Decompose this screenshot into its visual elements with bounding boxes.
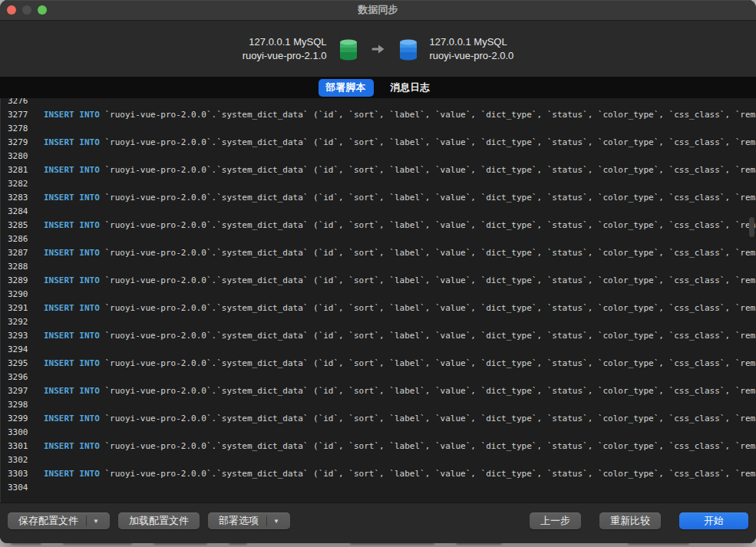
minimize-window-icon[interactable] bbox=[22, 5, 31, 15]
load-config-button[interactable]: 加载配置文件 bbox=[118, 512, 200, 529]
source-database: ruoyi-vue-pro-2.1.0 bbox=[243, 49, 327, 63]
sql-statement: INSERT INTO `ruoyi-vue-pro-2.0.0`.`syste… bbox=[31, 275, 756, 285]
sql-statement: INSERT INTO `ruoyi-vue-pro-2.0.0`.`syste… bbox=[31, 414, 756, 423]
line-number: 3286 bbox=[1, 232, 31, 246]
code-line: 3286 bbox=[1, 232, 756, 246]
code-line: 3293INSERT INTO `ruoyi-vue-pro-2.0.0`.`s… bbox=[1, 329, 756, 343]
line-number: 3298 bbox=[1, 398, 31, 412]
vertical-scrollbar[interactable] bbox=[749, 217, 754, 237]
source-connection: 127.0.0.1 MySQL ruoyi-vue-pro-2.1.0 bbox=[243, 35, 327, 63]
tab-bar: 部署脚本 消息日志 bbox=[0, 77, 756, 98]
previous-step-label: 上一步 bbox=[540, 514, 570, 528]
tab-message-log[interactable]: 消息日志 bbox=[383, 79, 438, 97]
deploy-options-button[interactable]: 部署选项 ▼ bbox=[208, 512, 290, 529]
sql-statement: INSERT INTO `ruoyi-vue-pro-2.0.0`.`syste… bbox=[31, 358, 756, 368]
code-line: 3285INSERT INTO `ruoyi-vue-pro-2.0.0`.`s… bbox=[1, 219, 756, 232]
source-host: 127.0.0.1 MySQL bbox=[243, 35, 327, 49]
code-line: 3280 bbox=[1, 150, 756, 163]
line-number: 3285 bbox=[1, 219, 31, 232]
data-sync-window: 数据同步 127.0.0.1 MySQL ruoyi-vue-pro-2.1.0 bbox=[0, 0, 756, 543]
code-line: 3297INSERT INTO `ruoyi-vue-pro-2.0.0`.`s… bbox=[1, 384, 756, 398]
code-line: 3283INSERT INTO `ruoyi-vue-pro-2.0.0`.`s… bbox=[1, 191, 756, 205]
line-number: 3289 bbox=[1, 274, 31, 288]
code-line: 3294 bbox=[1, 343, 756, 357]
database-blue-icon bbox=[397, 37, 420, 61]
tab-deploy-script[interactable]: 部署脚本 bbox=[319, 79, 374, 97]
code-line: 3279INSERT INTO `ruoyi-vue-pro-2.0.0`.`s… bbox=[1, 136, 756, 150]
sql-statement: INSERT INTO `ruoyi-vue-pro-2.0.0`.`syste… bbox=[31, 386, 756, 396]
sql-statement: INSERT INTO `ruoyi-vue-pro-2.0.0`.`syste… bbox=[31, 220, 756, 230]
sql-statement: INSERT INTO `ruoyi-vue-pro-2.0.0`.`syste… bbox=[31, 248, 756, 258]
line-number: 3299 bbox=[1, 412, 31, 426]
line-number: 3290 bbox=[1, 288, 31, 302]
code-lines: 32763277INSERT INTO `ruoyi-vue-pro-2.0.0… bbox=[1, 98, 756, 495]
sql-statement: INSERT INTO `ruoyi-vue-pro-2.0.0`.`syste… bbox=[31, 165, 756, 175]
line-number: 3294 bbox=[1, 343, 31, 357]
line-number: 3300 bbox=[1, 426, 31, 440]
sql-statement: INSERT INTO `ruoyi-vue-pro-2.0.0`.`syste… bbox=[31, 193, 756, 203]
line-number: 3278 bbox=[1, 122, 31, 136]
code-line: 3291INSERT INTO `ruoyi-vue-pro-2.0.0`.`s… bbox=[1, 302, 756, 315]
target-database: ruoyi-vue-pro-2.0.0 bbox=[430, 49, 514, 63]
code-line: 3284 bbox=[1, 205, 756, 219]
action-button-group: 上一步 重新比较 开始 bbox=[530, 512, 748, 529]
line-number: 3292 bbox=[1, 315, 31, 329]
sql-statement: INSERT INTO `ruoyi-vue-pro-2.0.0`.`syste… bbox=[31, 110, 756, 120]
sql-statement: INSERT INTO `ruoyi-vue-pro-2.0.0`.`syste… bbox=[31, 303, 756, 313]
line-number: 3279 bbox=[1, 136, 31, 150]
previous-step-button[interactable]: 上一步 bbox=[530, 512, 581, 529]
chevron-down-icon[interactable]: ▼ bbox=[267, 518, 279, 525]
code-line: 3292 bbox=[1, 315, 756, 329]
code-line: 3277INSERT INTO `ruoyi-vue-pro-2.0.0`.`s… bbox=[1, 108, 756, 122]
save-config-label: 保存配置文件 bbox=[18, 514, 78, 528]
code-line: 3289INSERT INTO `ruoyi-vue-pro-2.0.0`.`s… bbox=[1, 274, 756, 288]
sql-statement: INSERT INTO `ruoyi-vue-pro-2.0.0`.`syste… bbox=[31, 331, 756, 341]
code-line: 3276 bbox=[1, 98, 756, 108]
line-number: 3301 bbox=[1, 440, 31, 453]
line-number: 3293 bbox=[1, 329, 31, 343]
deploy-options-label: 部署选项 bbox=[219, 514, 259, 528]
line-number: 3283 bbox=[1, 191, 31, 205]
connection-header: 127.0.0.1 MySQL ruoyi-vue-pro-2.1.0 bbox=[0, 21, 756, 77]
load-config-label: 加载配置文件 bbox=[129, 514, 189, 528]
code-line: 3281INSERT INTO `ruoyi-vue-pro-2.0.0`.`s… bbox=[1, 163, 756, 177]
code-line: 3282 bbox=[1, 177, 756, 191]
line-number: 3277 bbox=[1, 108, 31, 122]
line-number: 3302 bbox=[1, 453, 31, 467]
script-editor[interactable]: 32763277INSERT INTO `ruoyi-vue-pro-2.0.0… bbox=[0, 98, 756, 503]
line-number: 3296 bbox=[1, 371, 31, 384]
line-number: 3303 bbox=[1, 467, 31, 481]
title-bar: 数据同步 bbox=[0, 0, 756, 21]
line-number: 3276 bbox=[1, 98, 31, 108]
recompare-button[interactable]: 重新比较 bbox=[599, 512, 661, 529]
code-line: 3278 bbox=[1, 122, 756, 136]
code-line: 3301INSERT INTO `ruoyi-vue-pro-2.0.0`.`s… bbox=[1, 440, 756, 453]
line-number: 3282 bbox=[1, 177, 31, 191]
database-green-icon bbox=[337, 37, 360, 61]
start-button[interactable]: 开始 bbox=[679, 512, 748, 529]
code-line: 3296 bbox=[1, 371, 756, 384]
code-line: 3287INSERT INTO `ruoyi-vue-pro-2.0.0`.`s… bbox=[1, 246, 756, 260]
line-number: 3284 bbox=[1, 205, 31, 219]
close-window-icon[interactable] bbox=[7, 5, 16, 15]
code-line: 3303INSERT INTO `ruoyi-vue-pro-2.0.0`.`s… bbox=[1, 467, 756, 481]
start-label: 开始 bbox=[704, 514, 724, 528]
code-line: 3299INSERT INTO `ruoyi-vue-pro-2.0.0`.`s… bbox=[1, 412, 756, 426]
arrow-right-icon bbox=[371, 43, 386, 55]
code-line: 3298 bbox=[1, 398, 756, 412]
line-number: 3280 bbox=[1, 150, 31, 163]
window-title: 数据同步 bbox=[0, 3, 756, 17]
save-config-button[interactable]: 保存配置文件 ▼ bbox=[8, 512, 110, 529]
line-number: 3291 bbox=[1, 302, 31, 315]
zoom-window-icon[interactable] bbox=[38, 5, 47, 15]
target-host: 127.0.0.1 MySQL bbox=[430, 35, 514, 49]
line-number: 3288 bbox=[1, 260, 31, 274]
line-number: 3281 bbox=[1, 163, 31, 177]
line-number: 3287 bbox=[1, 246, 31, 260]
footer-toolbar: 保存配置文件 ▼ 加载配置文件 部署选项 ▼ 上一步 重新比较 开始 bbox=[0, 503, 756, 543]
chevron-down-icon[interactable]: ▼ bbox=[87, 518, 99, 525]
code-line: 3300 bbox=[1, 426, 756, 440]
sql-statement: INSERT INTO `ruoyi-vue-pro-2.0.0`.`syste… bbox=[31, 137, 756, 147]
sql-statement: INSERT INTO `ruoyi-vue-pro-2.0.0`.`syste… bbox=[31, 469, 756, 479]
recompare-label: 重新比较 bbox=[610, 514, 650, 528]
